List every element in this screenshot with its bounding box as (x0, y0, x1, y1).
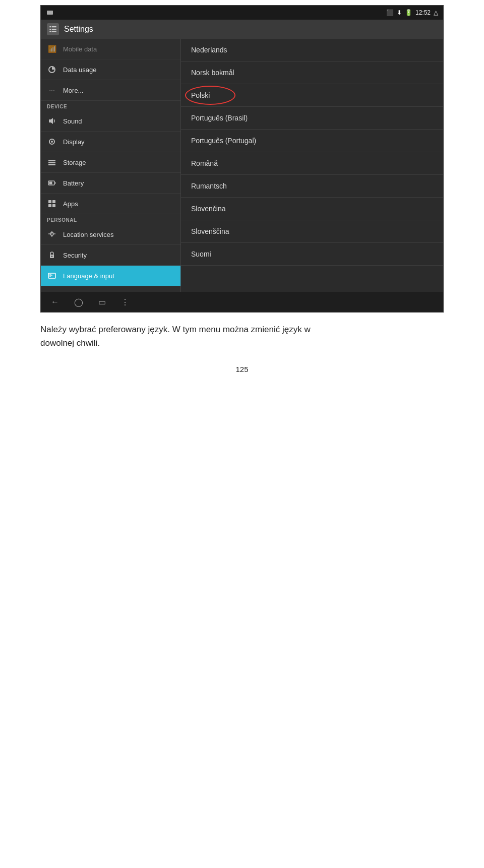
storage-text: Storage (63, 159, 174, 166)
nav-bar: ← ◯ ▭ ⋮ (41, 292, 443, 312)
time-display: 12:52 (415, 9, 431, 16)
personal-section-label: PERSONAL (41, 214, 180, 224)
display-icon (47, 137, 57, 147)
data-usage-text: Data usage (63, 66, 174, 74)
sidebar-item-location[interactable]: Location services (41, 224, 180, 245)
status-bar-right: ⬛ ⬇ 🔋 12:52 △ (386, 9, 438, 16)
svg-rect-4 (52, 26, 56, 27)
language-label: Slovenščina (191, 227, 229, 235)
battery-text: Battery (63, 179, 174, 187)
sidebar-item-security[interactable]: Security (41, 245, 180, 266)
svg-rect-20 (52, 204, 55, 207)
menu-button[interactable]: ⋮ (121, 297, 129, 307)
language-label: Rumantsch (191, 182, 227, 190)
language-item-polski[interactable]: Polski (181, 84, 443, 107)
caption-line2: dowolnej chwili. (40, 338, 100, 348)
language-item-norsk[interactable]: Norsk bokmål (181, 61, 443, 84)
status-bar: ⬛ ⬇ 🔋 12:52 △ (41, 6, 443, 20)
svg-rect-1 (49, 26, 51, 27)
language-label: Suomi (191, 250, 211, 258)
language-label: Português (Portugal) (191, 137, 256, 145)
svg-rect-15 (55, 182, 56, 184)
screenshot-container: ⬛ ⬇ 🔋 12:52 △ Settings (0, 0, 484, 379)
language-item-nederlands[interactable]: Nederlands (181, 39, 443, 61)
sidebar-item-more[interactable]: ··· More... (41, 80, 180, 101)
sidebar: 📶 Mobile data Data usage ··· More... (41, 39, 181, 292)
svg-rect-5 (52, 29, 56, 30)
language-item-suomi[interactable]: Suomi (181, 243, 443, 266)
nav-bar-left: ← ◯ ▭ ⋮ (51, 297, 129, 307)
sidebar-item-language-input[interactable]: Language & input (41, 266, 180, 286)
sidebar-item-sound[interactable]: Sound (41, 111, 180, 132)
language-label: Slovenčina (191, 205, 226, 213)
main-content: 📶 Mobile data Data usage ··· More... (41, 39, 443, 292)
language-input-text: Language & input (63, 272, 174, 280)
svg-rect-17 (48, 200, 51, 203)
language-label: Nederlands (191, 46, 227, 54)
language-item-slovenscina[interactable]: Slovenščina (181, 220, 443, 243)
more-text: More... (63, 87, 174, 94)
svg-rect-19 (48, 204, 51, 207)
apps-icon (47, 199, 57, 209)
mobile-data-label: Mobile data (63, 45, 174, 53)
home-button[interactable]: ◯ (74, 297, 83, 307)
settings-header: Settings (41, 20, 443, 39)
settings-icon (47, 23, 59, 35)
recents-button[interactable]: ▭ (98, 297, 106, 307)
svg-rect-16 (49, 182, 52, 184)
location-icon (47, 229, 57, 239)
svg-rect-2 (49, 29, 51, 30)
caption-line1: Należy wybrać preferowany język. W tym m… (40, 325, 311, 334)
language-item-portugues-portugal[interactable]: Português (Portugal) (181, 130, 443, 152)
security-icon (47, 250, 57, 260)
svg-point-22 (51, 233, 52, 234)
svg-rect-11 (48, 160, 55, 161)
language-panel: Nederlands Norsk bokmål Polski Português… (181, 39, 443, 292)
back-button[interactable]: ← (51, 297, 59, 306)
language-label: Norsk bokmål (191, 69, 234, 77)
sidebar-item-storage[interactable]: Storage (41, 152, 180, 173)
device-section-label: DEVICE (41, 101, 180, 111)
language-item-rumantsch[interactable]: Rumantsch (181, 175, 443, 198)
svg-rect-13 (48, 164, 55, 165)
sound-text: Sound (63, 117, 174, 125)
android-icon (46, 9, 54, 17)
sidebar-item-data-usage[interactable]: Data usage (41, 59, 180, 80)
status-bar-left (46, 9, 54, 17)
sidebar-item-apps[interactable]: Apps (41, 194, 180, 214)
screen-icon: ⬛ (386, 9, 394, 16)
svg-rect-18 (52, 200, 55, 203)
more-icon: ··· (47, 85, 57, 95)
caption: Należy wybrać preferowany język. W tym m… (40, 313, 444, 355)
language-item-portugues-brasil[interactable]: Português (Brasil) (181, 107, 443, 130)
svg-marker-8 (49, 118, 53, 124)
sound-icon (47, 116, 57, 126)
display-text: Display (63, 138, 174, 146)
language-label: Português (Brasil) (191, 114, 248, 122)
security-text: Security (63, 252, 174, 259)
apps-text: Apps (63, 200, 174, 208)
sidebar-item-mobile-data[interactable]: 📶 Mobile data (41, 39, 180, 59)
svg-rect-0 (47, 11, 53, 15)
svg-point-10 (51, 141, 53, 143)
svg-point-28 (51, 256, 52, 257)
battery-sidebar-icon (47, 178, 57, 188)
sidebar-item-backup-reset[interactable]: Backup & reset (41, 286, 180, 292)
data-usage-icon (47, 65, 57, 75)
language-label: Română (191, 159, 218, 167)
signal-icon: △ (434, 9, 438, 16)
svg-rect-6 (52, 31, 56, 32)
svg-rect-3 (49, 31, 51, 32)
sidebar-item-battery[interactable]: Battery (41, 173, 180, 194)
language-label: Polski (191, 91, 210, 99)
language-item-slovencina[interactable]: Slovenčina (181, 198, 443, 220)
sidebar-item-display[interactable]: Display (41, 132, 180, 152)
language-item-romana[interactable]: Română (181, 152, 443, 175)
svg-rect-12 (48, 162, 55, 163)
language-icon (47, 271, 57, 281)
page-number: 125 (0, 355, 484, 379)
mobile-data-icon: 📶 (47, 44, 57, 54)
settings-title: Settings (64, 25, 93, 34)
usb-icon: ⬇ (397, 9, 402, 16)
storage-icon (47, 157, 57, 167)
